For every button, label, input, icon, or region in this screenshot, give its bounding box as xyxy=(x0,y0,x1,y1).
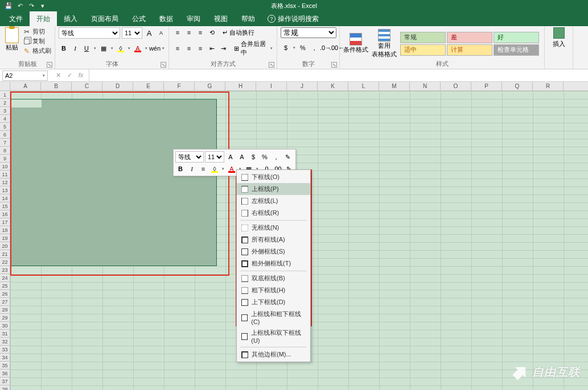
row-header-30[interactable]: 30 xyxy=(0,322,10,330)
tell-me[interactable]: ? 操作说明搜索 xyxy=(268,11,319,26)
column-header-H[interactable]: H xyxy=(225,82,256,90)
row-header-32[interactable]: 32 xyxy=(0,338,10,346)
align-center-button[interactable]: ≡ xyxy=(184,43,194,53)
row-header-23[interactable]: 23 xyxy=(0,266,10,274)
mini-size-select[interactable]: 11 xyxy=(205,151,224,163)
row-header-14[interactable]: 14 xyxy=(0,194,10,202)
border-menu-item[interactable]: 上框线和双下框线(U) xyxy=(237,327,310,346)
align-top-button[interactable]: ≡ xyxy=(172,27,183,38)
borders-button[interactable]: ▦ xyxy=(98,43,109,53)
border-menu-item[interactable]: 上框线和粗下框线(C) xyxy=(237,308,310,327)
cell-style-0[interactable]: 常规 xyxy=(400,32,446,43)
column-header-A[interactable]: A xyxy=(10,82,41,90)
row-header-34[interactable]: 34 xyxy=(0,354,10,362)
merge-dropdown[interactable]: ▾ xyxy=(269,43,273,53)
copy-button[interactable]: 复制 xyxy=(23,37,51,45)
mini-percent[interactable]: % xyxy=(260,152,270,162)
comma-button[interactable]: , xyxy=(309,43,319,53)
row-header-36[interactable]: 36 xyxy=(0,370,10,377)
indent-dec-button[interactable]: ⇤ xyxy=(207,43,217,53)
align-right-button[interactable]: ≡ xyxy=(195,43,205,53)
row-header-11[interactable]: 11 xyxy=(0,171,10,179)
border-menu-item[interactable]: 上框线(P) xyxy=(237,183,310,195)
align-launcher[interactable]: ⤡ xyxy=(269,62,274,68)
row-header-13[interactable]: 13 xyxy=(0,186,10,194)
column-header-M[interactable]: M xyxy=(379,82,410,90)
align-middle-button[interactable]: ≡ xyxy=(184,27,194,38)
border-menu-item[interactable]: 左框线(L) xyxy=(237,195,310,207)
redo-icon[interactable]: ↷ xyxy=(27,2,35,10)
name-box[interactable]: A2▾ xyxy=(2,70,48,81)
row-header-22[interactable]: 22 xyxy=(0,258,10,266)
formula-input[interactable] xyxy=(89,69,588,81)
border-menu-item[interactable]: 上下框线(D) xyxy=(237,296,310,308)
tab-file[interactable]: 文件 xyxy=(2,11,30,26)
column-header-E[interactable]: E xyxy=(133,82,164,90)
phonetic-dropdown[interactable]: ▾ xyxy=(161,43,166,53)
column-header-N[interactable]: N xyxy=(410,82,441,90)
underline-dropdown[interactable]: ▾ xyxy=(93,43,97,53)
cell-style-4[interactable]: 计算 xyxy=(447,44,492,56)
border-menu-item[interactable]: 粗外侧框线(T) xyxy=(237,258,310,269)
phonetic-button[interactable]: wén xyxy=(150,43,160,53)
row-header-20[interactable]: 20 xyxy=(0,242,10,250)
tab-data[interactable]: 数据 xyxy=(153,11,180,26)
mini-font-color[interactable]: A xyxy=(227,164,237,174)
row-header-15[interactable]: 15 xyxy=(0,202,10,210)
bold-button[interactable]: B xyxy=(59,43,69,53)
mini-grow-font[interactable]: A xyxy=(225,152,236,162)
row-header-7[interactable]: 7 xyxy=(0,139,10,147)
row-header-33[interactable]: 33 xyxy=(0,346,10,354)
italic-button[interactable]: I xyxy=(70,43,80,53)
indent-inc-button[interactable]: ⇥ xyxy=(218,43,228,53)
cancel-formula-button[interactable]: ✕ xyxy=(54,72,63,79)
tab-view[interactable]: 视图 xyxy=(207,11,235,26)
mini-bold[interactable]: B xyxy=(175,164,186,174)
conditional-formatting-button[interactable]: 条件格式 xyxy=(343,33,368,54)
row-header-38[interactable]: 38 xyxy=(0,385,10,390)
border-menu-item[interactable]: 外侧框线(S) xyxy=(237,246,310,258)
cut-button[interactable]: ✂剪切 xyxy=(23,27,51,36)
format-as-table-button[interactable]: 套用 表格格式 xyxy=(372,29,397,59)
row-header-21[interactable]: 21 xyxy=(0,250,10,258)
mini-painter[interactable]: ✎ xyxy=(282,152,293,162)
row-header-25[interactable]: 25 xyxy=(0,282,10,290)
undo-icon[interactable]: ↶ xyxy=(16,2,24,10)
mini-shrink-font[interactable]: A xyxy=(237,152,247,162)
row-header-18[interactable]: 18 xyxy=(0,226,10,234)
row-header-17[interactable]: 17 xyxy=(0,218,10,226)
border-menu-item[interactable]: 所有框线(A) xyxy=(237,234,310,246)
cells-area[interactable]: 等线 11 A A $ % , ✎ B I ≡ ◊▾ A▾ ▦▾ .0 xyxy=(10,91,588,390)
cell-style-3[interactable]: 适中 xyxy=(400,44,446,56)
tab-page-layout[interactable]: 页面布局 xyxy=(84,11,125,26)
column-header-D[interactable]: D xyxy=(102,82,133,90)
number-format-select[interactable]: 常规 xyxy=(281,27,336,38)
mini-currency[interactable]: $ xyxy=(248,152,258,162)
mini-font-select[interactable]: 等线 xyxy=(175,151,204,163)
paste-button[interactable]: 粘贴 xyxy=(3,27,20,52)
column-header-C[interactable]: C xyxy=(72,82,102,90)
row-header-31[interactable]: 31 xyxy=(0,330,10,338)
merge-center-button[interactable]: ⊞合并后居中▾ xyxy=(234,40,273,57)
select-all-corner[interactable] xyxy=(0,82,10,90)
column-header-F[interactable]: F xyxy=(164,82,195,90)
mini-italic[interactable]: I xyxy=(187,164,197,174)
font-color-dropdown[interactable]: ▾ xyxy=(144,43,149,53)
row-header-28[interactable]: 28 xyxy=(0,306,10,314)
wrap-text-button[interactable]: ↵自动换行 xyxy=(223,28,254,37)
column-header-I[interactable]: I xyxy=(256,82,287,90)
font-launcher[interactable]: ⤡ xyxy=(161,62,166,68)
tab-help[interactable]: 帮助 xyxy=(235,11,262,26)
cell-style-5[interactable]: 检查单元格 xyxy=(494,44,539,56)
column-header-K[interactable]: K xyxy=(318,82,348,90)
column-header-O[interactable]: O xyxy=(441,82,471,90)
row-header-1[interactable]: 1 xyxy=(0,91,10,99)
column-header-Q[interactable]: Q xyxy=(502,82,533,90)
mini-fill-color[interactable]: ◊ xyxy=(209,164,220,174)
row-header-5[interactable]: 5 xyxy=(0,123,10,131)
border-menu-item[interactable]: 双底框线(B) xyxy=(237,272,310,284)
border-menu-item[interactable]: 右框线(R) xyxy=(237,207,310,219)
number-launcher[interactable]: ⤡ xyxy=(331,62,337,68)
fx-button[interactable]: fx xyxy=(76,72,85,79)
column-header-L[interactable]: L xyxy=(348,82,379,90)
